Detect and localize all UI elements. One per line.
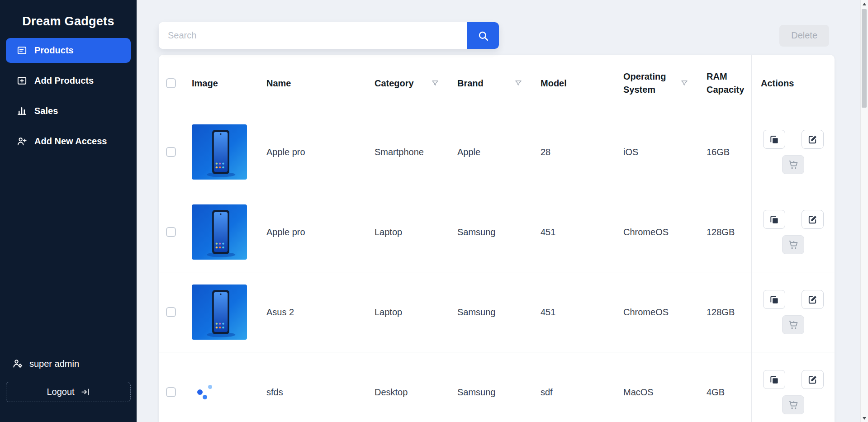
column-label: Brand bbox=[457, 77, 484, 90]
table-body: Apple pro Smartphone Apple 28 iOS 16GB bbox=[159, 112, 835, 422]
search-box bbox=[159, 22, 499, 49]
add-to-cart-button[interactable] bbox=[782, 235, 804, 254]
sales-icon bbox=[17, 106, 27, 116]
loading-spinner bbox=[196, 382, 217, 403]
sidebar-item-add-new-access[interactable]: Add New Access bbox=[6, 129, 131, 154]
column-header-category: Category bbox=[365, 55, 448, 112]
filter-icon[interactable] bbox=[680, 79, 688, 87]
table-row: Asus 2 Laptop Samsung 451 ChromeOS 128GB bbox=[159, 272, 835, 352]
app-title: Dream Gadgets bbox=[6, 14, 131, 28]
cell-operating-system: MacOS bbox=[614, 352, 697, 422]
cell-brand: Apple bbox=[448, 112, 531, 192]
copy-icon bbox=[769, 375, 779, 385]
cell-name: Asus 2 bbox=[257, 272, 365, 352]
row-check-cell bbox=[159, 272, 183, 352]
copy-button[interactable] bbox=[763, 370, 785, 389]
product-image bbox=[192, 124, 247, 180]
add-to-cart-button[interactable] bbox=[782, 315, 804, 334]
copy-button[interactable] bbox=[763, 210, 785, 229]
column-label: Category bbox=[375, 77, 414, 90]
cell-image bbox=[183, 352, 257, 422]
scrollbar-down-arrow[interactable] bbox=[861, 414, 868, 422]
search-icon bbox=[477, 30, 489, 42]
cart-icon bbox=[788, 319, 799, 330]
column-label: RAM Capacity bbox=[707, 70, 728, 96]
admin-user-icon bbox=[12, 358, 23, 369]
sidebar-item-add-products[interactable]: Add Products bbox=[6, 68, 131, 93]
action-buttons bbox=[763, 290, 824, 309]
cell-actions bbox=[751, 192, 835, 272]
cell-actions bbox=[751, 352, 835, 422]
filter-icon[interactable] bbox=[514, 79, 522, 87]
action-buttons bbox=[763, 130, 824, 149]
row-checkbox[interactable] bbox=[166, 387, 176, 397]
cell-ram-capacity: 16GB bbox=[697, 112, 751, 192]
scrollbar-up-arrow[interactable] bbox=[861, 0, 868, 8]
sidebar: Dream Gadgets ProductsAdd ProductsSalesA… bbox=[0, 0, 137, 422]
cell-name: sfds bbox=[257, 352, 365, 422]
cell-category: Desktop bbox=[365, 352, 448, 422]
cell-image bbox=[183, 272, 257, 352]
vertical-scrollbar[interactable] bbox=[860, 0, 868, 422]
add-products-icon bbox=[17, 76, 27, 86]
cell-image bbox=[183, 192, 257, 272]
logout-label: Logout bbox=[47, 387, 74, 397]
copy-icon bbox=[769, 134, 779, 145]
action-buttons bbox=[763, 210, 824, 229]
edit-button[interactable] bbox=[802, 370, 824, 389]
sidebar-item-products[interactable]: Products bbox=[6, 38, 131, 63]
product-image bbox=[192, 284, 247, 340]
row-checkbox[interactable] bbox=[166, 227, 176, 237]
edit-button[interactable] bbox=[802, 290, 824, 309]
filter-icon[interactable] bbox=[431, 79, 439, 87]
sidebar-item-sales[interactable]: Sales bbox=[6, 99, 131, 123]
column-header-operating-system: Operating System bbox=[614, 55, 697, 112]
cell-brand: Samsung bbox=[448, 192, 531, 272]
select-all-checkbox[interactable] bbox=[166, 78, 176, 88]
search-input[interactable] bbox=[159, 22, 467, 49]
edit-icon bbox=[807, 294, 818, 305]
copy-button[interactable] bbox=[763, 290, 785, 309]
add-to-cart-button[interactable] bbox=[782, 155, 804, 174]
row-checkbox[interactable] bbox=[166, 307, 176, 317]
products-table: ImageNameCategoryBrandModelOperating Sys… bbox=[159, 55, 835, 422]
cell-brand: Samsung bbox=[448, 352, 531, 422]
cell-model: 451 bbox=[531, 192, 614, 272]
cell-operating-system: ChromeOS bbox=[614, 272, 697, 352]
cell-ram-capacity: 128GB bbox=[697, 192, 751, 272]
product-image bbox=[192, 204, 247, 260]
column-label: Model bbox=[541, 77, 567, 90]
cell-model: 28 bbox=[531, 112, 614, 192]
cell-model: sdf bbox=[531, 352, 614, 422]
edit-button[interactable] bbox=[802, 130, 824, 149]
delete-button[interactable]: Delete bbox=[779, 25, 829, 47]
column-label: Actions bbox=[761, 77, 794, 90]
sidebar-item-label: Add Products bbox=[34, 76, 94, 86]
column-header-image: Image bbox=[183, 55, 257, 112]
scrollbar-thumb[interactable] bbox=[862, 9, 867, 108]
main-content: Delete ImageNameCategoryBrandModelOperat… bbox=[137, 0, 868, 422]
sidebar-item-label: Add New Access bbox=[34, 136, 107, 147]
sidebar-footer: super admin Logout bbox=[6, 358, 131, 422]
logout-button[interactable]: Logout bbox=[6, 382, 131, 402]
sidebar-item-label: Products bbox=[34, 45, 74, 56]
cell-category: Smartphone bbox=[365, 112, 448, 192]
row-check-cell bbox=[159, 192, 183, 272]
logout-icon bbox=[81, 387, 90, 397]
action-buttons bbox=[763, 370, 824, 389]
cell-image bbox=[183, 112, 257, 192]
add-access-icon bbox=[17, 136, 27, 147]
search-button[interactable] bbox=[467, 22, 499, 49]
select-all-cell bbox=[159, 55, 183, 112]
user-name: super admin bbox=[29, 359, 79, 369]
copy-button[interactable] bbox=[763, 130, 785, 149]
add-to-cart-button[interactable] bbox=[782, 395, 804, 414]
edit-icon bbox=[807, 375, 818, 385]
row-checkbox[interactable] bbox=[166, 147, 176, 157]
table-row: Apple pro Smartphone Apple 28 iOS 16GB bbox=[159, 112, 835, 192]
column-header-brand: Brand bbox=[448, 55, 531, 112]
cell-brand: Samsung bbox=[448, 272, 531, 352]
edit-button[interactable] bbox=[802, 210, 824, 229]
cell-category: Laptop bbox=[365, 272, 448, 352]
column-label: Image bbox=[192, 77, 218, 90]
